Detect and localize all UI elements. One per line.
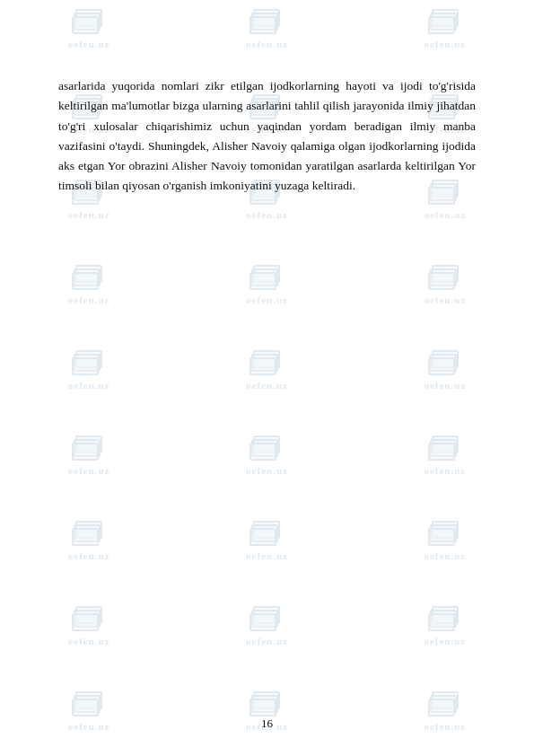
watermark-item: oefen.uz	[68, 435, 110, 476]
watermark-item: oefen.uz	[246, 9, 288, 49]
page: oefen.uz oefen.uz oefen.uz oefen.uz oefe…	[0, 0, 534, 756]
watermark-item: oefen.uz	[424, 265, 466, 305]
watermark-item: oefen.uz	[424, 606, 466, 646]
watermark-item: oefen.uz	[424, 521, 466, 561]
page-number: 16	[261, 716, 273, 731]
watermark-item: oefen.uz	[68, 350, 110, 391]
watermark-item: oefen.uz	[424, 9, 466, 49]
watermark-item: oefen.uz	[246, 350, 288, 391]
content-area: asarlarida yuqorida nomlari zikr etilgan…	[58, 76, 476, 197]
watermark-item: oefen.uz	[68, 606, 110, 646]
watermark-item: oefen.uz	[68, 521, 110, 561]
watermark-item: oefen.uz	[424, 435, 466, 476]
watermark-item: oefen.uz	[68, 9, 110, 49]
watermark-item: oefen.uz	[246, 606, 288, 646]
watermark-item: oefen.uz	[246, 435, 288, 476]
watermark-item: oefen.uz	[246, 521, 288, 561]
main-paragraph: asarlarida yuqorida nomlari zikr etilgan…	[58, 76, 476, 197]
watermark-item: oefen.uz	[424, 691, 466, 732]
watermark-item: oefen.uz	[246, 265, 288, 305]
watermark-item: oefen.uz	[424, 350, 466, 391]
watermark-item: oefen.uz	[68, 265, 110, 305]
watermark-item: oefen.uz	[68, 691, 110, 732]
